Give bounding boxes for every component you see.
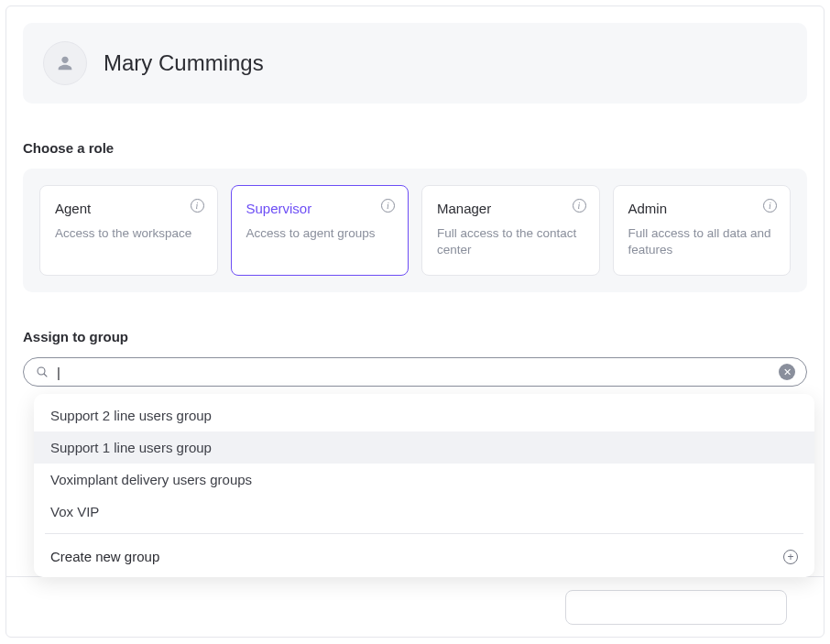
role-description: Access to agent groups xyxy=(246,225,394,242)
role-description: Access to the workspace xyxy=(55,225,202,242)
svg-point-0 xyxy=(38,367,45,375)
role-title: Agent xyxy=(55,201,202,216)
choose-role-title: Choose a role xyxy=(23,140,807,156)
svg-line-1 xyxy=(44,374,47,377)
role-card-admin[interactable]: iAdminFull access to all data and featur… xyxy=(613,185,792,276)
dropdown-divider xyxy=(45,533,803,534)
person-name: Mary Cummings xyxy=(104,50,264,76)
user-header: Mary Cummings xyxy=(23,23,807,104)
info-icon[interactable]: i xyxy=(573,199,586,213)
roles-panel: iAgentAccess to the workspaceiSupervisor… xyxy=(23,169,807,292)
group-dropdown: Support 2 line users groupSupport 1 line… xyxy=(34,394,814,577)
group-search-input[interactable] xyxy=(57,365,771,380)
info-icon[interactable]: i xyxy=(381,199,395,213)
role-title: Supervisor xyxy=(246,201,394,216)
group-search[interactable]: ✕ xyxy=(23,357,807,387)
settings-panel: Mary Cummings Choose a role iAgentAccess… xyxy=(5,5,825,638)
role-card-supervisor[interactable]: iSupervisorAccess to agent groups xyxy=(231,185,410,276)
plus-circle-icon: + xyxy=(783,550,798,564)
role-card-manager[interactable]: iManagerFull access to the contact cente… xyxy=(421,185,600,276)
create-new-group[interactable]: Create new group + xyxy=(34,540,814,575)
role-title: Manager xyxy=(437,201,584,216)
bottom-bar xyxy=(6,576,824,637)
search-icon xyxy=(35,365,49,379)
group-option[interactable]: Support 2 line users group xyxy=(34,399,814,431)
info-icon[interactable]: i xyxy=(763,199,777,213)
group-option[interactable]: Vox VIP xyxy=(34,496,814,528)
clear-search-icon[interactable]: ✕ xyxy=(779,364,795,380)
group-option[interactable]: Voximplant delivery users groups xyxy=(34,464,814,496)
group-option[interactable]: Support 1 line users group xyxy=(34,431,814,464)
role-description: Full access to all data and features xyxy=(628,225,776,258)
footer-button[interactable] xyxy=(565,590,787,625)
role-card-agent[interactable]: iAgentAccess to the workspace xyxy=(39,185,218,276)
avatar xyxy=(43,41,87,85)
create-new-group-label: Create new group xyxy=(50,549,159,564)
info-icon[interactable]: i xyxy=(191,199,204,213)
role-title: Admin xyxy=(628,201,776,216)
person-icon xyxy=(55,53,75,73)
assign-group-title: Assign to group xyxy=(23,329,807,344)
role-description: Full access to the contact center xyxy=(437,225,584,258)
